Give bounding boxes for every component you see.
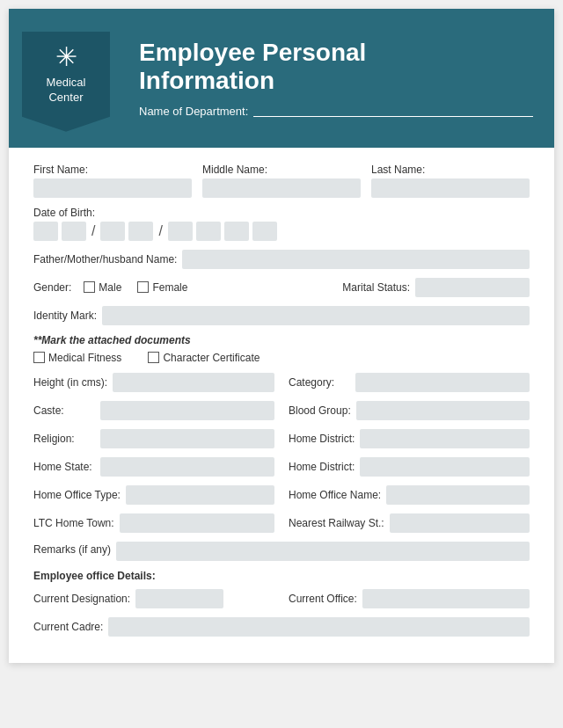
marital-label: Marital Status: [342,281,410,294]
middle-name-input[interactable] [202,178,361,198]
dob-dd1[interactable] [33,222,58,241]
dob-mm1[interactable] [100,222,125,241]
religion-group: Religion: [33,429,274,448]
last-name-input[interactable] [371,178,530,198]
identity-label: Identity Mark: [33,309,97,322]
female-checkbox-box[interactable] [137,281,149,293]
header-title-block: Employee Personal Information Name of De… [123,39,533,117]
page: ✳ MedicalCenter Employee Personal Inform… [9,9,554,663]
marital-section: Marital Status: [342,278,530,297]
gender-label: Gender: [33,281,71,294]
dob-mm2[interactable] [128,222,153,241]
blood-group-input[interactable] [356,401,530,420]
home-office-name-group: Home Office Name: [289,485,530,505]
father-input[interactable] [182,250,530,269]
caste-group: Caste: [33,401,274,420]
gender-marital-row: Gender: Male Female Marital Status: [33,278,530,297]
current-designation-label: Current Designation: [33,593,130,605]
home-office-type-label: Home Office Type: [33,489,121,501]
medical-fitness-checkbox[interactable]: Medical Fitness [33,352,121,364]
medical-fitness-box[interactable] [33,352,45,363]
male-checkbox[interactable]: Male [84,281,121,294]
home-district2-input[interactable] [360,457,530,477]
dob-label: Date of Birth: [33,207,530,219]
home-district1-label: Home District: [289,433,355,445]
current-cadre-row: Current Cadre: [33,617,530,637]
ribbon-shape: ✳ MedicalCenter [22,32,110,132]
logo-text: MedicalCenter [47,76,86,106]
dob-sep1: / [91,223,95,239]
father-label: Father/Mother/husband Name: [33,253,177,266]
category-group: Category: [289,373,530,392]
medical-fitness-label: Medical Fitness [48,352,121,364]
name-row: First Name: Middle Name: Last Name: [33,164,530,198]
first-name-col: First Name: [33,164,192,198]
current-office-group: Current Office: [289,589,530,608]
railway-input[interactable] [390,513,530,533]
homestate-homedistrict2-row: Home State: Home District: [33,457,530,477]
remarks-label: Remarks (if any) [33,543,111,556]
homeoffice-row: Home Office Type: Home Office Name: [33,485,530,505]
home-state-group: Home State: [33,457,274,477]
identity-input[interactable] [102,306,530,325]
blood-group-label: Blood Group: [289,404,351,417]
category-label: Category: [289,376,350,389]
character-cert-label: Character Certificate [163,352,260,364]
dob-sep2: / [158,223,162,239]
caste-input[interactable] [100,401,274,420]
dob-row-container: Date of Birth: / / [33,207,530,241]
home-office-type-group: Home Office Type: [33,485,274,505]
height-input[interactable] [113,373,274,392]
religion-homedistrict-row: Religion: Home District: [33,429,530,448]
male-label: Male [99,281,121,294]
dob-yy4[interactable] [252,222,277,241]
category-input[interactable] [355,373,530,392]
dob-yy3[interactable] [224,222,249,241]
ltc-group: LTC Home Town: [33,513,274,533]
home-district2-group: Home District: [289,457,530,477]
middle-name-label: Middle Name: [202,164,361,176]
caste-label: Caste: [33,404,95,417]
home-district1-group: Home District: [289,429,530,448]
dob-yy1[interactable] [168,222,193,241]
caste-blood-row: Caste: Blood Group: [33,401,530,420]
home-office-name-input[interactable] [386,485,530,505]
religion-input[interactable] [100,429,274,448]
dob-dd2[interactable] [62,222,86,241]
dept-input[interactable] [253,105,533,117]
docs-row: Medical Fitness Character Certificate [33,352,530,364]
last-name-label: Last Name: [371,164,530,176]
home-district2-label: Home District: [289,461,355,473]
father-row: Father/Mother/husband Name: [33,250,530,269]
current-designation-group: Current Designation: [33,589,274,608]
home-state-label: Home State: [33,461,95,473]
railway-group: Nearest Railway St.: [289,513,530,533]
current-office-input[interactable] [362,589,530,608]
female-checkbox[interactable]: Female [137,281,187,294]
current-cadre-label: Current Cadre: [33,621,103,633]
character-cert-box[interactable] [148,352,159,363]
character-cert-checkbox[interactable]: Character Certificate [148,352,260,364]
marital-input[interactable] [415,278,530,297]
home-office-type-input[interactable] [126,485,274,505]
dob-yy2[interactable] [196,222,221,241]
remarks-row: Remarks (if any) [33,542,530,561]
male-checkbox-box[interactable] [84,281,95,293]
home-office-name-label: Home Office Name: [289,489,381,501]
main-title: Employee Personal Information [139,39,533,95]
blood-group-group: Blood Group: [289,401,530,420]
medical-icon: ✳ [55,44,77,70]
ltc-input[interactable] [120,513,274,533]
department-line: Name of Department: [139,105,533,118]
last-name-col: Last Name: [371,164,530,198]
middle-name-col: Middle Name: [202,164,361,198]
employee-office-heading: Employee office Details: [33,570,530,582]
current-cadre-input[interactable] [108,617,530,637]
home-district1-input[interactable] [360,429,530,448]
logo-block: ✳ MedicalCenter [9,25,123,132]
header: ✳ MedicalCenter Employee Personal Inform… [9,9,554,148]
first-name-input[interactable] [33,178,192,198]
current-designation-input[interactable] [135,589,223,608]
remarks-input[interactable] [116,542,530,561]
home-state-input[interactable] [100,457,274,477]
